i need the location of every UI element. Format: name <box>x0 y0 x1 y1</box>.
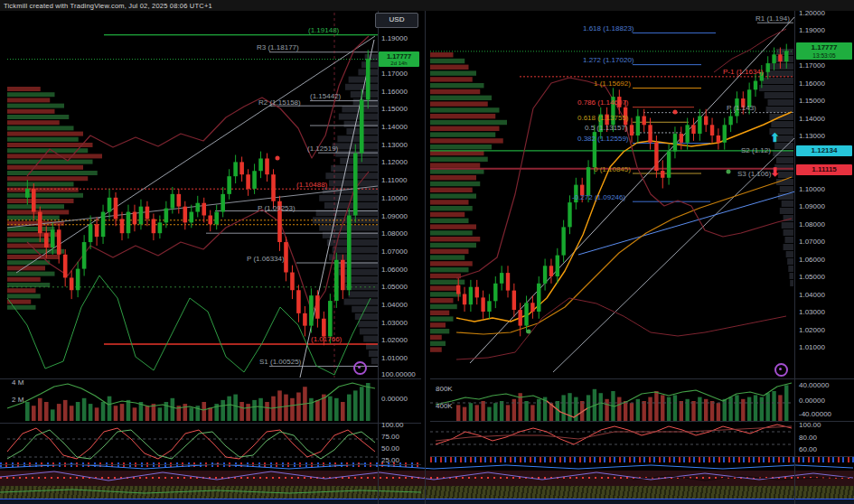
left-signal-ticks-strip <box>0 462 421 467</box>
right-volume-scale-label: 800K <box>436 385 453 393</box>
right-price-axis[interactable] <box>794 11 854 504</box>
left-annotation-label: (1.12519) <box>307 145 338 153</box>
right-annotation-label: S2 (1.12) <box>741 146 771 154</box>
right-annotation-label: 0.382 (1.12559) <box>577 135 629 143</box>
bottom-indicator-band-navy <box>0 499 854 504</box>
currency-button[interactable]: USD <box>375 13 418 28</box>
left-volume-scale-label: 4 M <box>12 378 23 387</box>
right-annotation-label: 0.5 (1.13157) <box>585 124 628 132</box>
right-volume-scale-label: 400K <box>436 402 453 410</box>
alert-level-badge-up[interactable]: 1.12134 <box>796 145 852 156</box>
bottom-red-dots-row <box>0 477 854 479</box>
right-annotation-label: -0.272 (1.09246) <box>572 193 625 201</box>
right-annotation-label: 1.618 (1.18823) <box>583 24 634 33</box>
right-signal-ticks-strip <box>430 457 854 462</box>
buy-arrow-icon: ⬆ <box>770 132 780 144</box>
left-alert-circle-icon[interactable] <box>353 361 367 375</box>
right-annotation-label: P (1.143) <box>727 104 756 112</box>
chart-header: Tickmill created with TradingView.com, J… <box>0 0 854 11</box>
left-price-axis[interactable] <box>378 11 420 504</box>
left-current-price-badge[interactable]: 1.17777 2d 14h <box>379 51 419 67</box>
right-annotation-label: S3 (1.106) <box>737 170 771 178</box>
right-annotation-label: 0.618 (1.13755) <box>577 114 629 122</box>
left-annotation-label: (1.01766) <box>311 335 342 343</box>
left-annotation-label: S1 (1.00525) <box>259 358 301 366</box>
left-volume-scale-label: 2 M <box>12 396 23 404</box>
right-annotation-label: 1 (1.15692) <box>594 79 631 88</box>
left-annotation-label: R3 (1.18177) <box>257 43 299 51</box>
charts-canvas[interactable] <box>0 0 854 504</box>
right-annotation-label: R1 (1.194) <box>755 14 790 23</box>
bottom-indicator-band-olive <box>0 486 854 499</box>
left-annotation-label: (1.15442) <box>310 92 341 100</box>
left-annotation-label: P (1.06334) <box>247 255 285 263</box>
right-current-price-badge[interactable]: 1.17777 13:53:05 <box>796 42 852 60</box>
right-price-value: 1.17777 <box>796 43 852 52</box>
left-annotation-label: P (1.09253) <box>258 204 296 212</box>
sell-arrow-icon: ⬇ <box>770 166 780 178</box>
right-annotation-label: 1.272 (1.17020) <box>583 56 634 64</box>
alert-level-badge-down[interactable]: 1.11115 <box>796 164 852 175</box>
right-annotation-label: P-1 (1.1634) <box>723 68 763 76</box>
right-alert-circle-icon[interactable] <box>774 363 788 377</box>
left-annotation-label: R2 (1.15158) <box>258 98 301 107</box>
right-bar-countdown: 13:53:05 <box>796 52 852 59</box>
left-bar-countdown: 2d 14h <box>379 61 419 66</box>
right-annotation-label: 0 (1.10845) <box>594 165 631 173</box>
left-price-value: 1.17777 <box>379 52 419 61</box>
left-annotation-label: (1.19148) <box>308 26 339 34</box>
chart-labels-layer: (1.19148)R3 (1.18177)(1.15442)R2 (1.1515… <box>0 0 854 504</box>
left-annotation-label: (1.10488) <box>296 181 327 189</box>
watermark-title: Tickmill created with TradingView.com, J… <box>4 2 212 10</box>
right-annotation-label: 0.786 (1.14607) <box>577 98 629 107</box>
